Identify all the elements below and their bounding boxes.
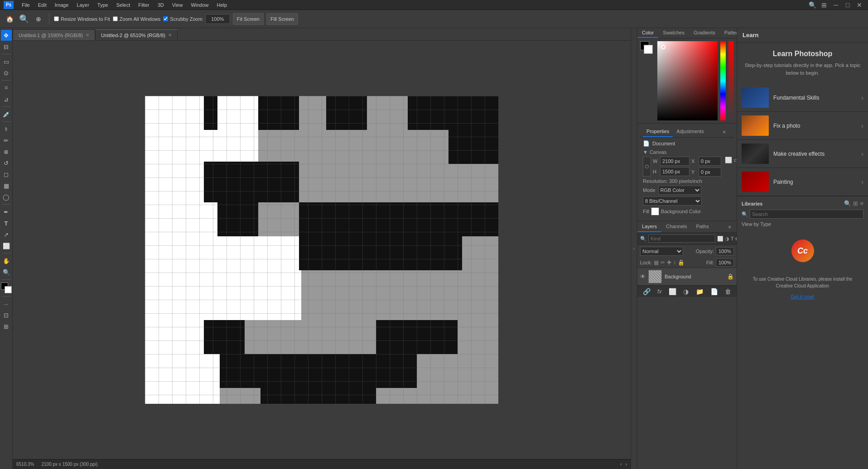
- maximize-icon[interactable]: □: [843, 0, 853, 10]
- tab-adjustments[interactable]: Adjustments: [673, 126, 708, 137]
- libraries-search-icon[interactable]: 🔍: [844, 200, 851, 207]
- canvas-height-input[interactable]: [660, 167, 690, 176]
- tab-untitled1[interactable]: Untitled-1 @ 1590% (RGB/8) ✕: [13, 29, 95, 40]
- tab-channels[interactable]: Channels: [661, 221, 691, 232]
- get-it-now-link[interactable]: Get it now!: [742, 294, 863, 299]
- tab-color[interactable]: Color: [637, 28, 658, 38]
- tool-zoom[interactable]: 🔍: [1, 267, 12, 278]
- canvas-container[interactable]: [13, 41, 631, 459]
- opacity-input[interactable]: [716, 247, 734, 255]
- canvas-portrait-icon[interactable]: ⬜: [725, 157, 732, 177]
- menu-layer[interactable]: Layer: [73, 1, 93, 9]
- tool-pen[interactable]: ✒: [1, 206, 12, 217]
- tab-layers[interactable]: Layers: [637, 221, 661, 232]
- tool-type[interactable]: T: [1, 218, 12, 229]
- tool-dodge[interactable]: ◯: [1, 191, 12, 202]
- layer-visibility-icon[interactable]: 👁: [640, 273, 646, 280]
- background-swatch[interactable]: [644, 45, 653, 54]
- tool-healing[interactable]: ⚕: [1, 124, 12, 134]
- tool-slice[interactable]: ⊿: [1, 94, 12, 105]
- tool-gradient[interactable]: ▦: [1, 180, 12, 191]
- tool-shape[interactable]: ⬜: [1, 240, 12, 251]
- lock-all-icon[interactable]: ↕: [673, 259, 676, 266]
- tool-marquee-rect[interactable]: ▭: [1, 56, 12, 67]
- tool-extra1[interactable]: ⊡: [1, 310, 12, 321]
- menu-view[interactable]: View: [169, 1, 187, 9]
- tool-hand[interactable]: ✋: [1, 255, 12, 266]
- libraries-list-icon[interactable]: ≡: [860, 200, 863, 207]
- menu-select[interactable]: Select: [113, 1, 134, 9]
- layers-fx-icon[interactable]: fx: [657, 288, 661, 295]
- color-fg-bg[interactable]: [640, 41, 653, 54]
- menu-edit[interactable]: Edit: [34, 1, 50, 9]
- tab-close-untitled1[interactable]: ✕: [86, 33, 89, 38]
- home-icon[interactable]: 🏠: [4, 13, 15, 25]
- lock-position-icon[interactable]: ✏: [661, 259, 665, 266]
- tool-path-select[interactable]: ↗: [1, 229, 12, 240]
- fill-color-swatch[interactable]: [651, 207, 659, 215]
- menu-filter[interactable]: Filter: [135, 1, 153, 9]
- menu-window[interactable]: Window: [187, 1, 212, 9]
- learn-item-painting[interactable]: Painting ›: [737, 168, 868, 196]
- status-arrow-right[interactable]: ›: [626, 462, 627, 467]
- layers-new-icon[interactable]: 📄: [710, 288, 718, 295]
- layers-kind-filter[interactable]: [648, 234, 715, 243]
- learn-item-creative[interactable]: Make creative effects ›: [737, 140, 868, 168]
- fg-bg-color-swatch[interactable]: [1, 282, 12, 293]
- tab-untitled2[interactable]: Untitled-2 @ 6510% (RGB/8) ✕: [95, 29, 178, 40]
- arrange-icon[interactable]: ⊞: [819, 0, 829, 10]
- layers-delete-icon[interactable]: 🗑: [725, 288, 731, 295]
- tool-stamp[interactable]: ⊕: [1, 146, 12, 157]
- canvas-y-input[interactable]: [699, 168, 721, 177]
- zoom-level-input[interactable]: [205, 14, 230, 24]
- right-panel-collapse[interactable]: ‹: [631, 28, 637, 469]
- layer-item-background[interactable]: 👁 Background 🔒: [637, 268, 737, 286]
- tool-eraser[interactable]: ◻: [1, 169, 12, 180]
- zoom-in-icon[interactable]: ⊕: [33, 13, 44, 25]
- menu-help[interactable]: Help: [213, 1, 231, 9]
- search-icon[interactable]: 🔍: [807, 0, 817, 10]
- tool-brush[interactable]: ✏: [1, 135, 12, 146]
- tab-properties[interactable]: Properties: [643, 126, 673, 137]
- tab-gradients[interactable]: Gradients: [689, 28, 720, 38]
- menu-file[interactable]: File: [18, 1, 34, 9]
- learn-item-fix-photo[interactable]: Fix a photo ›: [737, 112, 868, 140]
- link-icon[interactable]: [643, 157, 651, 177]
- status-arrow-left[interactable]: ‹: [620, 462, 622, 467]
- color-gradient-picker[interactable]: [657, 41, 718, 120]
- hue-slider[interactable]: [720, 41, 726, 120]
- libraries-grid-icon[interactable]: ⊞: [853, 200, 858, 207]
- alpha-slider[interactable]: [728, 41, 734, 120]
- learn-item-fundamental[interactable]: Fundamental Skills ›: [737, 84, 868, 112]
- zoom-all-windows-checkbox[interactable]: Zoom All Windows: [113, 16, 160, 22]
- fit-screen-button[interactable]: Fit Screen: [233, 13, 264, 25]
- canvas-section-header[interactable]: ▼ Canvas: [643, 149, 731, 155]
- tool-history-brush[interactable]: ↺: [1, 158, 12, 168]
- layers-adjustment-icon[interactable]: ◑: [683, 288, 689, 295]
- tab-close-untitled2[interactable]: ✕: [168, 33, 172, 38]
- tool-lasso[interactable]: ⊙: [1, 67, 12, 78]
- tool-artboard[interactable]: ⊟: [1, 41, 12, 52]
- tool-extra2[interactable]: ⊞: [1, 321, 12, 332]
- tool-more[interactable]: ···: [1, 298, 12, 309]
- layer-filter-adjustment-icon[interactable]: ◑: [725, 236, 729, 242]
- layer-filter-pixel-icon[interactable]: ⬜: [717, 236, 723, 242]
- layers-link-icon[interactable]: 🔗: [643, 288, 651, 295]
- view-by-type-label[interactable]: View by Type: [742, 221, 771, 227]
- menu-type[interactable]: Type: [94, 1, 112, 9]
- close-icon[interactable]: ✕: [854, 0, 864, 10]
- tool-move[interactable]: ✥: [1, 30, 12, 41]
- tab-paths[interactable]: Paths: [692, 221, 714, 232]
- minimize-icon[interactable]: ─: [831, 0, 841, 10]
- blend-mode-select[interactable]: Normal: [640, 247, 683, 256]
- layers-panel-menu-icon[interactable]: ≡: [725, 222, 735, 232]
- background-color[interactable]: [5, 286, 12, 293]
- menu-3d[interactable]: 3D: [154, 1, 168, 9]
- lock-all-icon2[interactable]: 🔒: [678, 259, 685, 266]
- tool-crop[interactable]: ⌗: [1, 82, 12, 93]
- canvas-x-input[interactable]: [699, 157, 721, 166]
- properties-panel-menu-icon[interactable]: ≡: [719, 127, 729, 137]
- resize-windows-checkbox[interactable]: Resize Windows to Fit: [54, 16, 110, 22]
- bit-depth-select[interactable]: 8 Bits/Channel: [643, 196, 702, 206]
- color-mode-select[interactable]: RGB Color: [658, 186, 701, 195]
